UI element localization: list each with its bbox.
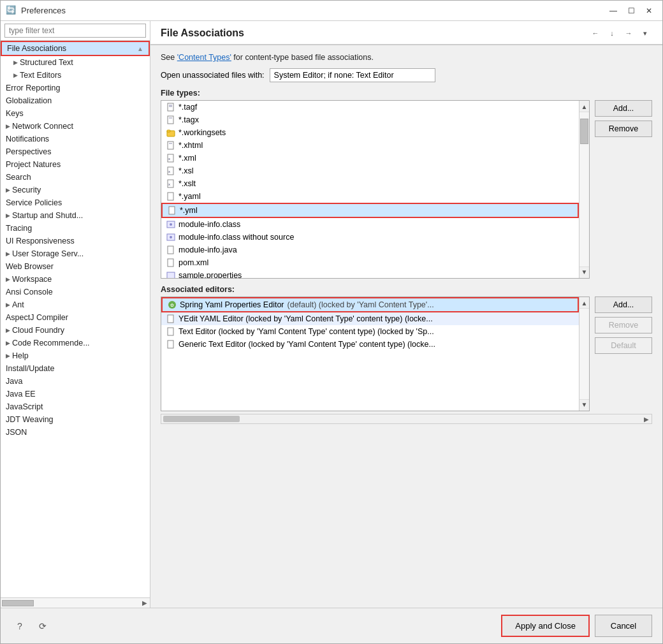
sidebar-item-json[interactable]: JSON: [1, 426, 150, 439]
sidebar-item-java-ee[interactable]: Java EE: [1, 388, 150, 400]
assoc-editors-default-button[interactable]: Default: [595, 337, 652, 354]
sidebar-item-workspace[interactable]: ▶ Workspace: [1, 273, 150, 286]
app-icon: 🔄: [6, 5, 17, 17]
sidebar-item-java[interactable]: Java: [1, 375, 150, 388]
filetype-item-tagf[interactable]: *.tagf: [161, 101, 579, 113]
svg-rect-28: [168, 340, 173, 348]
close-button[interactable]: ✕: [641, 4, 657, 18]
nav-menu-button[interactable]: ▾: [638, 26, 652, 40]
scroll-up-arrow[interactable]: ▲: [580, 102, 589, 112]
sidebar-item-project-natures[interactable]: Project Natures: [1, 158, 150, 171]
sidebar-item-text-editors[interactable]: ▶ Text Editors: [1, 69, 150, 82]
sidebar-item-security[interactable]: ▶ Security: [1, 184, 150, 196]
assoc-editors-add-button[interactable]: Add...: [595, 296, 652, 313]
sidebar-item-label: Tracing: [6, 224, 32, 233]
assoc-editors-remove-button[interactable]: Remove: [595, 317, 652, 333]
sidebar-item-startup-and-shut[interactable]: ▶ Startup and Shutd...: [1, 209, 150, 222]
footer: ? ⟳ Apply and Close Cancel: [1, 608, 662, 643]
filetype-item-xhtml[interactable]: *.xhtml: [161, 139, 579, 152]
filetype-item-pom-xml[interactable]: pom.xml: [161, 256, 579, 269]
svg-point-20: [170, 236, 172, 238]
file-icon: [166, 141, 175, 150]
sidebar-item-label: File Associations: [7, 44, 66, 53]
nav-forward-button[interactable]: →: [622, 26, 636, 40]
sidebar-item-file-associations[interactable]: File Associations ▲: [1, 41, 150, 56]
hscroll-thumb[interactable]: [163, 416, 240, 422]
hscroll-right-arrow[interactable]: ▶: [142, 599, 150, 606]
file-types-vscrollbar[interactable]: ▲ ▼: [579, 101, 589, 278]
sidebar-item-search[interactable]: Search: [1, 171, 150, 184]
sidebar-item-ant[interactable]: ▶ Ant: [1, 298, 150, 311]
filetype-item-yaml[interactable]: *.yaml: [161, 190, 579, 203]
sidebar-item-globalization[interactable]: Globalization: [1, 94, 150, 107]
sidebar-item-web-browser[interactable]: Web Browser: [1, 260, 150, 273]
filetype-item-yml[interactable]: *.yml: [161, 203, 579, 218]
sidebar-item-user-storage-serv[interactable]: ▶ User Storage Serv...: [1, 247, 150, 260]
sidebar-item-label: Security: [12, 186, 41, 194]
filetype-item-workingsets[interactable]: *.workingsets: [161, 126, 579, 139]
cancel-button[interactable]: Cancel: [595, 615, 652, 637]
maximize-button[interactable]: ☐: [623, 4, 639, 18]
sidebar-item-code-recommende[interactable]: ▶ Code Recommende...: [1, 337, 150, 349]
footer-right: Apply and Close Cancel: [501, 615, 652, 637]
sidebar-item-error-reporting[interactable]: Error Reporting: [1, 82, 150, 94]
content-types-link[interactable]: 'Content Types': [177, 53, 231, 62]
assoc-editors-area: ✿ Spring Yaml Properties Editor (default…: [161, 296, 652, 411]
folder-icon: [166, 128, 175, 137]
hscroll-right-arrow[interactable]: ▶: [641, 416, 652, 423]
filetype-item-sample-properties[interactable]: sample.properties: [161, 269, 579, 278]
sidebar-item-ansi-console[interactable]: Ansi Console: [1, 286, 150, 298]
scroll-down-arrow[interactable]: ▼: [580, 400, 589, 409]
sidebar-item-install-update[interactable]: Install/Update: [1, 362, 150, 375]
file-types-remove-button[interactable]: Remove: [595, 121, 652, 137]
filetype-item-xsl[interactable]: x *.xsl: [161, 165, 579, 177]
sidebar-item-jdt-weaving[interactable]: JDT Weaving: [1, 413, 150, 426]
apply-and-close-button[interactable]: Apply and Close: [501, 615, 590, 637]
file-types-list-container: *.tagf *.tagx *.workingsets: [161, 100, 590, 279]
sidebar-item-network-connect[interactable]: ▶ Network Connect: [1, 120, 150, 133]
restore-defaults-button[interactable]: ⟳: [34, 617, 52, 635]
scroll-up-arrow[interactable]: ▲: [580, 298, 589, 308]
sidebar-item-javascript[interactable]: JavaScript: [1, 400, 150, 413]
filetype-item-module-info-class[interactable]: module-info.class: [161, 218, 579, 231]
hscroll-thumb[interactable]: [2, 600, 34, 606]
sidebar-item-label: Cloud Foundry: [12, 326, 64, 335]
assoc-editors-hscrollbar[interactable]: ▶: [161, 414, 652, 424]
filetype-item-xslt[interactable]: x *.xslt: [161, 177, 579, 190]
sidebar-item-service-policies[interactable]: Service Policies: [1, 196, 150, 209]
file-types-label: File types:: [161, 89, 652, 98]
filetype-item-module-info-class-no-src[interactable]: module-info.class without source: [161, 231, 579, 244]
filter-input[interactable]: [4, 24, 146, 38]
filetype-item-xml[interactable]: x *.xml: [161, 152, 579, 165]
svg-point-18: [170, 223, 172, 226]
sidebar-item-cloud-foundry[interactable]: ▶ Cloud Foundry: [1, 324, 150, 337]
sidebar-item-label: Code Recommende...: [12, 339, 90, 348]
file-types-add-button[interactable]: Add...: [595, 100, 652, 117]
sidebar-item-label: Globalization: [6, 96, 52, 105]
sidebar-item-aspectj-compiler[interactable]: AspectJ Compiler: [1, 311, 150, 324]
sidebar-hscroll[interactable]: ▶: [1, 597, 150, 608]
filetype-item-module-info-java[interactable]: module-info.java: [161, 244, 579, 256]
filetype-item-tagx[interactable]: *.tagx: [161, 113, 579, 126]
assoc-editors-vscrollbar[interactable]: ▲ ▼: [579, 297, 589, 411]
sidebar-item-help[interactable]: ▶ Help: [1, 349, 150, 362]
scroll-down-arrow[interactable]: ▼: [580, 267, 589, 277]
minimize-button[interactable]: —: [605, 4, 622, 18]
nav-down-button[interactable]: ↓: [605, 26, 619, 40]
assoc-editor-spring[interactable]: ✿ Spring Yaml Properties Editor (default…: [161, 297, 579, 312]
nav-back-button[interactable]: ←: [588, 26, 602, 40]
file-icon: [166, 103, 175, 112]
sidebar-item-ui-responsiveness[interactable]: UI Responsiveness: [1, 235, 150, 247]
sidebar-item-keys[interactable]: Keys: [1, 107, 150, 120]
assoc-editor-text-editor[interactable]: Text Editor (locked by 'Yaml Content Typ…: [161, 325, 579, 338]
sidebar-item-tracing[interactable]: Tracing: [1, 222, 150, 235]
open-unassoc-select[interactable]: System Editor; if none: Text Editor Text…: [270, 68, 435, 82]
assoc-editor-yedit[interactable]: YEdit YAML Editor (locked by 'Yaml Conte…: [161, 312, 579, 325]
sidebar-item-label: Perspectives: [6, 147, 52, 156]
sidebar-item-notifications[interactable]: Notifications: [1, 133, 150, 145]
scroll-thumb[interactable]: [580, 119, 588, 144]
sidebar-item-structured-text[interactable]: ▶ Structured Text: [1, 56, 150, 69]
help-button[interactable]: ?: [11, 617, 29, 635]
sidebar-item-perspectives[interactable]: Perspectives: [1, 145, 150, 158]
assoc-editor-generic-text[interactable]: Generic Text Editor (locked by 'Yaml Con…: [161, 338, 579, 351]
